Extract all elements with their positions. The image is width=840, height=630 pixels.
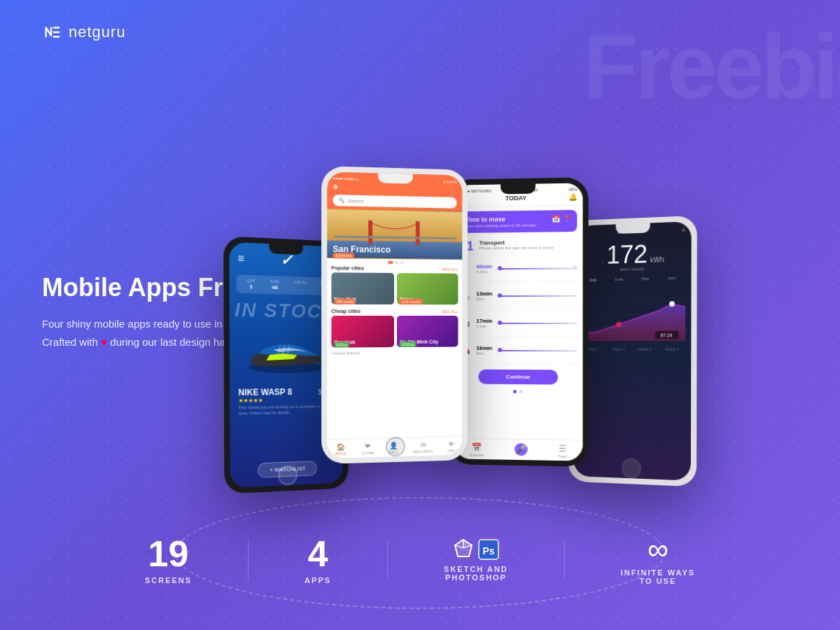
transport-section: 01 Transport Please select the way you w… (454, 236, 583, 255)
nike-price: £30.00 (294, 280, 307, 291)
travel-app-title: ✈ (332, 183, 338, 191)
phone-transport: ●●●● NETGURU 4:21 PM 28% ≡ TODAY 🔔 Time … (449, 177, 589, 467)
bus-route (498, 312, 577, 333)
power-battery: ⚡ (680, 227, 685, 232)
nike-product-name: NIKE WASP 8 (238, 387, 292, 398)
schedule-icon: 📅 (471, 442, 482, 452)
infinity-icon: ∞ (648, 535, 668, 564)
phone-travel: ●●●● karguru 1200 ⚡100% ✈ 🔍 Search (321, 166, 468, 464)
nav-label-tips: TIPS (447, 449, 455, 453)
travel-title-bar: ✈ (332, 183, 456, 194)
stats-row: 19 SCREENS 4 APPS Ps (0, 535, 840, 585)
phone-notch (269, 244, 303, 255)
cheap-cities-row: Bangkok $18/pp Ho Chi Minh City $306/pp (331, 316, 458, 348)
wellness-icon: ✉ (420, 441, 426, 449)
city-new-york[interactable]: New York 389 results (331, 272, 394, 304)
status-battery: 28% (568, 188, 577, 192)
meeting-icons: 📅 📍 (552, 215, 571, 223)
bell-icon[interactable]: 🔔 (568, 193, 577, 201)
month-may[interactable]: May (641, 276, 649, 281)
month-april[interactable]: April (668, 276, 676, 280)
progress-dot-1 (513, 390, 517, 393)
nike-menu-icon: ≡ (238, 252, 244, 265)
nike-desc: This model you are looking for is availa… (239, 404, 335, 416)
nav-wellness[interactable]: ✉ WELL-NESS (413, 441, 433, 454)
logo-icon (42, 22, 62, 42)
search-icon: 🔍 (339, 197, 345, 203)
phones-container: ≡ ✓ ○ QTY 1 SIZE 46 £30.00 (224, 42, 840, 504)
city-price-nyc: 389 results (334, 299, 356, 304)
power-chart-svg: 87.24 (580, 286, 685, 342)
nike-size: SIZE 46 (270, 279, 279, 290)
travel-search-bar[interactable]: 🔍 Search (332, 195, 456, 209)
city-hcmc[interactable]: Ho Chi Minh City $306/pp (397, 316, 458, 347)
power-number: 172 (606, 241, 648, 267)
power-months: July June May April (575, 274, 692, 285)
nav-lo-him[interactable]: ❤ LO-HIM (361, 442, 374, 456)
sketch-icon (452, 538, 475, 561)
transport-car[interactable]: 🚗 16min 6km (460, 337, 578, 365)
stat-screens: 19 SCREENS (145, 536, 192, 584)
apps-number: 4 (308, 536, 328, 572)
schedule-label: Schedule (469, 453, 484, 457)
screens-label: SCREENS (145, 576, 192, 584)
popular-cities-row: New York 389 results Tokyo 224k results (331, 272, 458, 304)
transport-bike[interactable]: 🚲 13min 6km (460, 282, 578, 310)
week-2[interactable]: WEEK 2 (612, 347, 626, 351)
city-price-bangkok: $18/pp (334, 342, 349, 347)
nav-schedule[interactable]: 📅 Schedule (469, 442, 484, 457)
bike-route (498, 285, 577, 306)
phone-screen-power: Power ∨ ⚡ ↑ 172 kWh MAX USAGE July June (573, 221, 692, 481)
stat-divider-3 (564, 539, 565, 581)
continue-button[interactable]: Continue (478, 370, 558, 385)
month-june[interactable]: June (615, 277, 624, 281)
nav-label-lo-him: LO-HIM (361, 451, 374, 455)
transport-nav: ≡ TODAY 🔔 (460, 193, 578, 203)
week-3[interactable]: WEEK 3 (638, 347, 652, 351)
power-value-section: ↑ 172 kWh MAX USAGE (575, 237, 692, 276)
popular-see-all[interactable]: SEE ALL (442, 267, 458, 271)
phone-screen-transport: ●●●● NETGURU 4:21 PM 28% ≡ TODAY 🔔 Time … (454, 183, 583, 461)
nav-label-space: SPACE (335, 451, 346, 456)
nike-qty: QTY 1 (247, 279, 255, 290)
svg-text:Ps: Ps (482, 545, 494, 556)
city-tokyo[interactable]: Tokyo 224k results (397, 273, 458, 304)
section-subtitle: Please select the way you want to move (479, 246, 553, 251)
month-july[interactable]: July (589, 278, 596, 282)
brand-logo[interactable]: netguru (42, 22, 126, 42)
city-bangkok[interactable]: Bangkok $18/pp (331, 316, 394, 348)
bottom-stats-section: 19 SCREENS 4 APPS Ps (0, 490, 840, 630)
week-4[interactable]: WEEK 4 (665, 347, 678, 351)
cheap-see-all[interactable]: SEE ALL (442, 309, 458, 314)
nav-space[interactable]: 🏠 SPACE (335, 443, 346, 456)
lo-him-icon: ❤ (365, 442, 370, 450)
stat-infinite: ∞ INFINITE WAYSTO USE (621, 535, 695, 585)
power-unit: kWh (650, 256, 664, 265)
phone-notch (615, 223, 650, 234)
photoshop-icon: Ps (477, 538, 500, 561)
space-icon: 🏠 (336, 443, 344, 451)
tips-icon: 👁 (448, 440, 455, 448)
phone-screen-travel: ●●●● karguru 1200 ⚡100% ✈ 🔍 Search (327, 172, 462, 458)
bus-time: 17min (476, 318, 492, 324)
phone-home-button[interactable] (508, 440, 528, 460)
transport-walk[interactable]: 🚶 40min 3.4km (460, 254, 578, 282)
transport-bus[interactable]: 🚌 17min 1 line (460, 309, 578, 337)
screens-number: 19 (148, 536, 189, 572)
nav-tips[interactable]: 👁 TIPS (447, 440, 455, 453)
phone-notch (500, 184, 536, 195)
tasks-icon: ☰ (559, 444, 566, 454)
car-route (498, 340, 577, 360)
maps-icon: 📍 (563, 215, 571, 223)
bus-line: 1 line (476, 323, 492, 328)
travel-status-left: ●●●● karguru (332, 176, 358, 182)
dot-3 (400, 261, 403, 264)
phone-home-button[interactable] (622, 458, 641, 478)
phone-notch (378, 173, 413, 183)
progress-dot-2 (519, 390, 523, 393)
nav-tasks[interactable]: ☰ Tasks (558, 444, 567, 458)
meeting-subtitle: Your next meeting starts in 30 minutes. (465, 223, 538, 228)
nike-stars: ★★★★★ (238, 396, 334, 404)
cheap-cities-title: Cheap cities (331, 309, 360, 314)
popular-cities-section: Popular cities SEE ALL New York 389 resu… (327, 265, 462, 306)
